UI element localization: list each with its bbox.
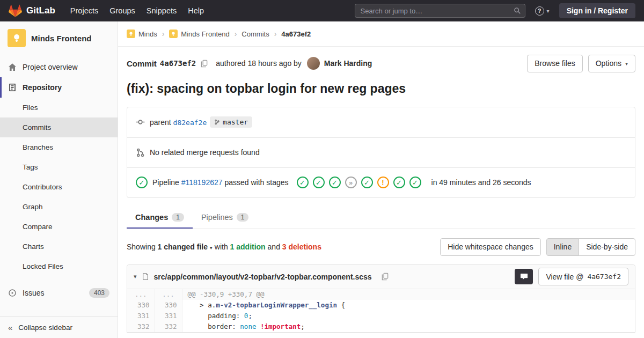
navbar-item-groups[interactable]: Groups <box>109 6 135 15</box>
tab-pipelines[interactable]: Pipelines1 <box>193 206 258 229</box>
parent-sha-link[interactable]: d82eaf2e <box>173 119 207 127</box>
branch-badge[interactable]: master <box>210 116 252 128</box>
showing-label: Showing <box>127 243 156 251</box>
inline-view-button[interactable]: Inline <box>546 238 579 256</box>
navbar-item-projects[interactable]: Projects <box>70 6 98 15</box>
project-name: Minds Frontend <box>31 34 92 43</box>
sidebar-item-contributors[interactable]: Contributors <box>0 177 118 197</box>
diff-file-header: ▾ src/app/common/layout/v2-topbar/v2-top… <box>127 265 635 289</box>
tab-changes[interactable]: Changes1 <box>127 206 193 229</box>
diff-line-row: 331331 padding: 0; <box>127 311 635 321</box>
pipeline-mini-graph: ✓✓✓»✓!✓✓ <box>297 177 421 188</box>
breadcrumb-link-minds[interactable]: Minds <box>138 30 157 38</box>
tab-count-badge: 1 <box>172 213 184 222</box>
project-context-link[interactable]: Minds Frontend <box>0 21 118 55</box>
diff-view-actions: Hide whitespace changes Inline Side-by-s… <box>440 238 635 256</box>
tab-count-badge: 1 <box>237 213 249 222</box>
toggle-comments-button[interactable] <box>515 269 533 284</box>
issues-icon <box>8 289 17 297</box>
author-avatar[interactable] <box>307 57 320 70</box>
breadcrumb-item: Commits <box>241 30 269 38</box>
gitlab-tanuki-icon <box>9 4 22 18</box>
pipeline-stage-success-icon[interactable]: ✓ <box>313 177 325 188</box>
file-path[interactable]: src/app/common/layout/v2-topbar/v2-topba… <box>154 273 372 281</box>
view-file-button[interactable]: View file @ 4a673ef2 <box>538 268 628 285</box>
pipeline-stage-success-icon[interactable]: ✓ <box>329 177 341 188</box>
main-content: Minds›Minds Frontend›Commits›4a673ef2 Co… <box>118 21 644 338</box>
sidebar-item-charts[interactable]: Charts <box>0 237 118 256</box>
old-line-number[interactable]: 331 <box>127 311 155 321</box>
breadcrumb-link-commits[interactable]: Commits <box>241 30 269 38</box>
sidebar-item-label: Issues <box>23 289 44 297</box>
navbar-item-help[interactable]: Help <box>188 6 204 15</box>
sidebar-item-commits[interactable]: Commits <box>0 117 118 137</box>
pipeline-prefix: Pipeline <box>152 178 179 187</box>
commit-page: Commit 4a673ef2 authored 18 hours ago by… <box>118 47 644 333</box>
sidebar-item-compare[interactable]: Compare <box>0 217 118 237</box>
changed-files-dropdown[interactable]: 1 changed file ▾ <box>158 243 213 251</box>
collapse-diff-icon[interactable]: ▾ <box>134 273 137 280</box>
new-line-number[interactable]: 330 <box>155 300 182 311</box>
project-avatar <box>8 29 26 47</box>
lightbulb-icon <box>11 33 22 43</box>
code-token <box>256 322 260 330</box>
new-line-number: ... <box>155 289 182 300</box>
parent-row: parent d82eaf2e master <box>127 107 635 137</box>
side-by-side-view-button[interactable]: Side-by-side <box>579 238 635 256</box>
sidebar-item-issues[interactable]: Issues 403 <box>0 283 118 303</box>
pipeline-status-text: passed with stages <box>224 178 288 187</box>
navbar-item-snippets[interactable]: Snippets <box>147 6 177 15</box>
breadcrumb-avatar <box>127 30 135 38</box>
old-line-number[interactable]: 332 <box>127 321 155 332</box>
pipeline-stage-success-icon[interactable]: ✓ <box>393 177 405 188</box>
lightbulb-icon <box>128 31 134 36</box>
and-label: and <box>268 243 280 251</box>
breadcrumb-link-minds-frontend[interactable]: Minds Frontend <box>181 30 229 38</box>
diff-file-container: ▾ src/app/common/layout/v2-topbar/v2-top… <box>127 264 635 333</box>
collapse-sidebar-button[interactable]: « Collapse sidebar <box>0 316 118 338</box>
hunk-header: @@ -330,9 +330,7 @@ <box>182 289 635 300</box>
issues-count-badge: 403 <box>89 288 109 298</box>
copy-path-button[interactable] <box>381 273 389 281</box>
view-file-label: View file @ <box>546 273 583 281</box>
copy-sha-button[interactable] <box>200 60 208 68</box>
hide-whitespace-button[interactable]: Hide whitespace changes <box>440 238 541 256</box>
help-menu[interactable]: ? ▾ <box>535 6 550 16</box>
top-navbar: GitLab ProjectsGroupsSnippetsHelp ? ▾ Si… <box>0 0 644 21</box>
pipeline-stage-success-icon[interactable]: ✓ <box>361 177 373 188</box>
new-line-number[interactable]: 331 <box>155 311 182 321</box>
pipeline-duration: in 49 minutes and 26 seconds <box>431 178 531 187</box>
sidebar-item-graph[interactable]: Graph <box>0 197 118 217</box>
search-input[interactable] <box>355 4 525 18</box>
file-icon <box>142 273 149 281</box>
options-button[interactable]: Options ▾ <box>588 55 635 72</box>
gitlab-home-link[interactable]: GitLab <box>9 4 55 18</box>
repository-submenu: FilesCommitsBranchesTagsContributorsGrap… <box>0 98 118 276</box>
sidebar-item-locked-files[interactable]: Locked Files <box>0 256 118 276</box>
pipeline-stage-success-icon[interactable]: ✓ <box>409 177 421 188</box>
collapse-icon: « <box>8 323 12 332</box>
pipeline-status-icon[interactable]: ✓ <box>136 177 148 188</box>
pipeline-stage-success-icon[interactable]: ✓ <box>297 177 309 188</box>
sidebar-item-tags[interactable]: Tags <box>0 157 118 177</box>
sidebar-item-files[interactable]: Files <box>0 98 118 117</box>
new-line-number[interactable]: 332 <box>155 321 182 332</box>
diff-table: ......@@ -330,9 +330,7 @@330330 > a.m-v2… <box>127 289 635 332</box>
sidebar-item-repository[interactable]: Repository <box>0 77 118 98</box>
sidebar-item-label: Repository <box>23 83 62 92</box>
diff-meta-bar: Showing 1 changed file ▾ with 1 addition… <box>127 238 635 256</box>
pipeline-stage-warning-icon[interactable]: ! <box>377 177 389 188</box>
old-line-number[interactable]: 330 <box>127 300 155 311</box>
sidebar-item-branches[interactable]: Branches <box>0 137 118 157</box>
options-label: Options <box>596 59 621 68</box>
sidebar-item-project-overview[interactable]: Project overview <box>0 57 118 77</box>
browse-files-button[interactable]: Browse files <box>527 55 582 72</box>
author-name-link[interactable]: Mark Harding <box>324 59 372 68</box>
signin-register-button[interactable]: Sign in / Register <box>559 3 635 18</box>
diff-file-actions: View file @ 4a673ef2 <box>515 268 628 285</box>
branch-icon <box>214 119 220 125</box>
pipeline-id-link[interactable]: #118192627 <box>181 178 223 187</box>
pipeline-row: ✓ Pipeline #118192627 passed with stages… <box>127 167 635 197</box>
sidebar-item-label: Project overview <box>23 63 78 71</box>
pipeline-stage-skipped-icon[interactable]: » <box>345 177 357 188</box>
